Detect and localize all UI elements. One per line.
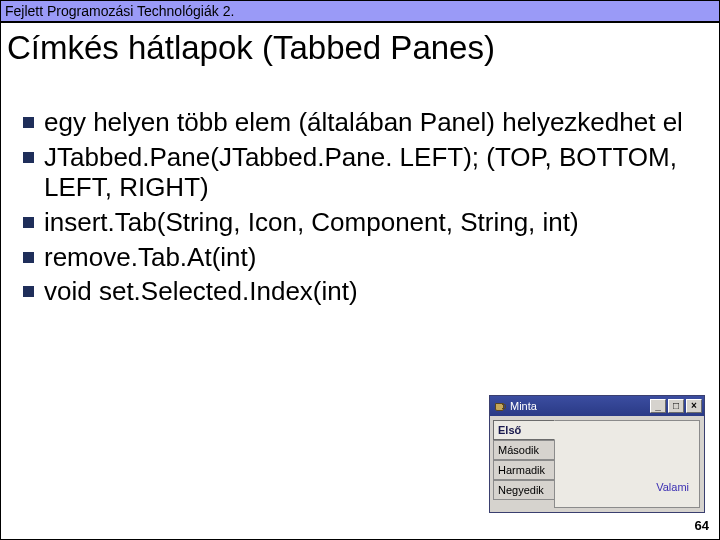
titlebar[interactable]: Minta _ □ × (490, 396, 704, 416)
bullet-text: void set.Selected.Index(int) (44, 276, 358, 307)
pane-label: Valami (656, 481, 689, 493)
bullet-text: egy helyen több elem (általában Panel) h… (44, 107, 683, 138)
list-item: JTabbed.Pane(JTabbed.Pane. LEFT); (TOP, … (23, 142, 701, 203)
bullet-icon (23, 252, 34, 263)
java-cup-icon (494, 400, 506, 412)
list-item: remove.Tab.At(int) (23, 242, 701, 273)
minimize-button[interactable]: _ (650, 399, 666, 413)
bullet-text: JTabbed.Pane(JTabbed.Pane. LEFT); (TOP, … (44, 142, 701, 203)
bullet-icon (23, 152, 34, 163)
page-number: 64 (695, 518, 709, 533)
window-body: Első Második Harmadik Negyedik Valami (490, 416, 704, 512)
maximize-button[interactable]: □ (668, 399, 684, 413)
list-item: egy helyen több elem (általában Panel) h… (23, 107, 701, 138)
bullet-text: insert.Tab(String, Icon, Component, Stri… (44, 207, 579, 238)
close-button[interactable]: × (686, 399, 702, 413)
page-title: Címkés hátlapok (Tabbed Panes) (1, 23, 719, 67)
slide: Fejlett Programozási Technológiák 2. Cím… (0, 0, 720, 540)
tab-second[interactable]: Második (493, 440, 555, 460)
tab-content-pane: Valami (554, 420, 700, 508)
window-title: Minta (510, 400, 537, 412)
vertical-tabs: Első Második Harmadik Negyedik (493, 420, 555, 508)
bullet-icon (23, 286, 34, 297)
bullet-icon (23, 117, 34, 128)
list-item: insert.Tab(String, Icon, Component, Stri… (23, 207, 701, 238)
example-window: Minta _ □ × Első Második Harmadik Negyed… (489, 395, 705, 513)
tab-fourth[interactable]: Negyedik (493, 480, 555, 500)
tab-first[interactable]: Első (493, 420, 555, 440)
list-item: void set.Selected.Index(int) (23, 276, 701, 307)
bullet-icon (23, 217, 34, 228)
bullet-list: egy helyen több elem (általában Panel) h… (1, 67, 719, 307)
bullet-text: remove.Tab.At(int) (44, 242, 256, 273)
course-header: Fejlett Programozási Technológiák 2. (1, 1, 719, 23)
tab-third[interactable]: Harmadik (493, 460, 555, 480)
